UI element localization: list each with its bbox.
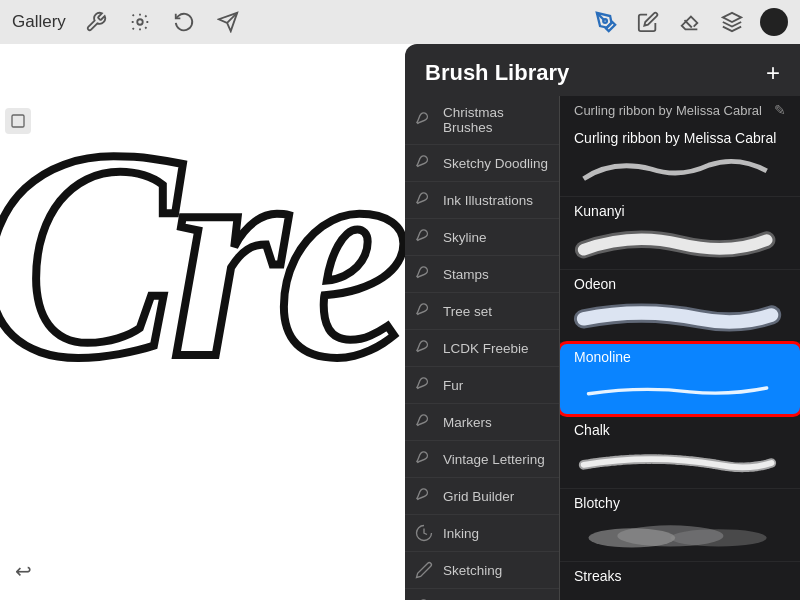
brush-panel-title: Brush Library [425,60,569,86]
brush-library-panel: Brush Library + Christmas BrushesSketchy… [405,44,800,600]
skyline-category-icon [413,228,435,246]
brush-name-chalk: Chalk [574,422,786,438]
brush-panel-header: Brush Library + [405,44,800,96]
add-brush-button[interactable]: + [766,61,780,85]
pencil-tool-icon[interactable] [634,8,662,36]
canvas-text: Cre [0,104,400,404]
svg-marker-4 [723,13,741,22]
toolbar-left: Gallery [12,8,242,36]
brush-preview-odeon [574,296,786,334]
stamps-category-icon [413,265,435,283]
vintage-category-icon [413,450,435,468]
category-label-skyline: Skyline [443,230,487,245]
brush-panel-content: Christmas BrushesSketchy DoodlingInk Ill… [405,96,800,600]
brush-item-curling[interactable]: Curling ribbon by Melissa Cabral [560,124,800,197]
history-icon[interactable] [170,8,198,36]
brush-preview-kunanyi [574,223,786,261]
avatar[interactable] [760,8,788,36]
adjust-icon[interactable] [126,8,154,36]
top-toolbar: Gallery [0,0,800,44]
brush-item-chalk[interactable]: Chalk [560,416,800,489]
category-item-sketching[interactable]: Sketching [405,552,559,589]
brush-item-streaks[interactable]: Streaks [560,562,800,600]
layers-icon[interactable] [718,8,746,36]
wrench-icon[interactable] [82,8,110,36]
category-item-fur[interactable]: Fur [405,367,559,404]
modifier-tool[interactable] [5,108,31,134]
svg-rect-5 [12,115,24,127]
grid-category-icon [413,487,435,505]
brush-edit-icon[interactable]: ✎ [774,102,786,118]
treeset-category-icon [413,302,435,320]
brush-name-blotchy: Blotchy [574,495,786,511]
category-item-skyline[interactable]: Skyline [405,219,559,256]
svg-point-0 [137,19,143,25]
brush-list: Curling ribbon by Melissa Cabral ✎ Curli… [560,96,800,600]
markers-category-icon [413,413,435,431]
category-item-drawing[interactable]: Drawing [405,589,559,600]
category-item-treeset[interactable]: Tree set [405,293,559,330]
category-label-stamps: Stamps [443,267,489,282]
svg-point-8 [670,529,766,546]
category-label-ink: Ink Illustrations [443,193,533,208]
category-item-markers[interactable]: Markers [405,404,559,441]
category-list: Christmas BrushesSketchy DoodlingInk Ill… [405,96,560,600]
category-item-lcdk[interactable]: LCDK Freebie [405,330,559,367]
category-item-ink[interactable]: Ink Illustrations [405,182,559,219]
category-label-christmas: Christmas Brushes [443,105,549,135]
brush-item-odeon[interactable]: Odeon [560,270,800,343]
eraser-tool-icon[interactable] [676,8,704,36]
category-item-christmas[interactable]: Christmas Brushes [405,96,559,145]
left-toolbar [0,88,36,600]
brush-preview-blotchy [574,515,786,553]
category-label-lcdk: LCDK Freebie [443,341,529,356]
brush-preview-curling [574,150,786,188]
ink-category-icon [413,191,435,209]
brush-name-curling: Curling ribbon by Melissa Cabral [574,130,786,146]
brush-item-kunanyi[interactable]: Kunanyi [560,197,800,270]
category-label-grid: Grid Builder [443,489,514,504]
category-item-vintage[interactable]: Vintage Lettering [405,441,559,478]
category-label-fur: Fur [443,378,463,393]
brush-name-streaks: Streaks [574,568,786,584]
category-item-grid[interactable]: Grid Builder [405,478,559,515]
brush-preview-chalk [574,442,786,480]
brush-header-label: Curling ribbon by Melissa Cabral [574,103,762,118]
brush-item-monoline[interactable]: Monoline [560,343,800,416]
category-label-treeset: Tree set [443,304,492,319]
brush-list-header: Curling ribbon by Melissa Cabral ✎ [560,96,800,124]
brush-item-blotchy[interactable]: Blotchy [560,489,800,562]
lcdk-category-icon [413,339,435,357]
brush-name-odeon: Odeon [574,276,786,292]
sketchy-category-icon [413,154,435,172]
svg-point-3 [603,19,607,23]
sketching-category-icon [413,561,435,579]
brush-name-kunanyi: Kunanyi [574,203,786,219]
brush-preview-streaks [574,588,786,600]
christmas-category-icon [413,111,435,129]
category-label-vintage: Vintage Lettering [443,452,545,467]
inking-category-icon [413,524,435,542]
fur-category-icon [413,376,435,394]
category-label-markers: Markers [443,415,492,430]
category-item-stamps[interactable]: Stamps [405,256,559,293]
category-item-inking[interactable]: Inking [405,515,559,552]
category-item-sketchy[interactable]: Sketchy Doodling [405,145,559,182]
category-label-sketchy: Sketchy Doodling [443,156,548,171]
pen-tool-icon[interactable] [592,8,620,36]
category-label-inking: Inking [443,526,479,541]
gallery-button[interactable]: Gallery [12,12,66,32]
send-icon[interactable] [214,8,242,36]
category-label-sketching: Sketching [443,563,502,578]
brush-preview-monoline [574,369,786,407]
brush-name-monoline: Monoline [574,349,786,365]
toolbar-right [592,8,788,36]
